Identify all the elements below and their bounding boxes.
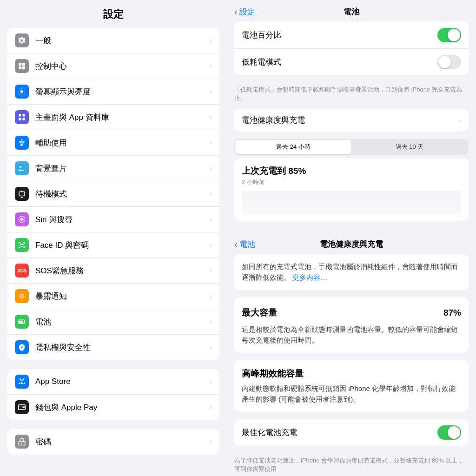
svg-point-10 (20, 166, 22, 168)
passcode-chevron: › (210, 438, 212, 445)
settings-item-battery[interactable]: 電池 › (7, 309, 219, 335)
optimized-charging-toggle[interactable] (437, 425, 461, 440)
battery-toggles-group: 電池百分比 低耗電模式 (234, 22, 469, 75)
passcode-icon (15, 435, 29, 449)
standby-label: 待機模式 (35, 189, 210, 199)
svg-rect-7 (19, 118, 21, 120)
left-panel-title: 設定 (0, 0, 227, 28)
peak-title: 高峰期效能容量 (242, 368, 461, 380)
svg-point-15 (20, 244, 21, 245)
settings-item-siri[interactable]: Siri 與搜尋 › (7, 207, 219, 232)
siri-icon (15, 212, 29, 226)
optimized-charging-label: 最佳化電池充電 (242, 427, 437, 438)
low-power-label: 低耗電模式 (242, 57, 437, 67)
segment-24h[interactable]: 過去 24 小時 (235, 140, 351, 154)
settings-item-home-screen[interactable]: 主畫面與 App 資料庫 › (7, 105, 219, 130)
health-intro-text: 如同所有的充電式電池，手機電池屬於消耗性組件，會隨著使用時間而逐漸降低效能。 更… (242, 263, 458, 281)
health-overlay: ‹ 電池 電池健康度與充電 如同所有的充電式電池，手機電池屬於消耗性組件，會隨著… (227, 232, 476, 476)
settings-item-accessibility[interactable]: 輔助使用 › (7, 130, 219, 156)
health-intro-group: 如同所有的充電式電池，手機電池屬於消耗性組件，會隨著使用時間而逐漸降低效能。 更… (234, 254, 469, 290)
settings-item-appstore[interactable]: App Store › (7, 369, 219, 395)
max-capacity-value: 87% (443, 308, 461, 318)
settings-item-faceid[interactable]: Face ID 與密碼 › (7, 232, 219, 258)
sos-label: SOS緊急服務 (35, 265, 210, 276)
battery-back-chevron-icon: ‹ (234, 7, 238, 17)
battery-health-row[interactable]: 電池健康度與充電 › (234, 109, 469, 132)
display-icon (15, 85, 29, 99)
low-power-note: 「低耗電模式」會暫時降低下載和郵件擷取等背景活動，直到你將 iPhone 完全充… (227, 83, 476, 109)
appstore-icon (15, 375, 29, 389)
optimized-charging-group: 最佳化電池充電 (234, 419, 469, 446)
svg-point-4 (20, 90, 23, 93)
settings-item-standby[interactable]: 待機模式 › (7, 181, 219, 207)
settings-item-exposure[interactable]: 暴露通知 › (7, 284, 219, 309)
faceid-chevron: › (210, 241, 212, 249)
optimized-charging-note: 為了降低電池老化速度，iPhone 會學習你的每日充電模式，並暫緩充電到 80%… (227, 454, 476, 476)
wallpaper-icon (15, 161, 29, 175)
appstore-chevron: › (210, 378, 212, 385)
max-capacity-title: 最大容量 (242, 307, 277, 319)
battery-back-label: 設定 (239, 7, 255, 17)
faceid-icon (15, 238, 29, 252)
accessibility-chevron: › (210, 139, 212, 146)
battery-nav-title: 電池 (344, 7, 359, 17)
battery-health-row-group: 電池健康度與充電 › (234, 109, 469, 132)
control-center-chevron: › (210, 62, 212, 70)
settings-item-privacy[interactable]: 隱私權與安全性 › (7, 335, 219, 360)
privacy-label: 隱私權與安全性 (35, 342, 210, 353)
exposure-chevron: › (210, 292, 212, 300)
settings-item-display[interactable]: 螢幕顯示與亮度 › (7, 79, 219, 105)
segment-10d[interactable]: 過去 10 天 (351, 140, 468, 154)
health-nav-back[interactable]: ‹ 電池 (234, 239, 255, 250)
max-capacity-group: 最大容量 87% 這是相較於電池為全新狀態時測量的電池容量。較低的容量可能會縮短… (234, 298, 469, 353)
settings-group-security: 密碼 › (7, 429, 219, 454)
svg-rect-8 (23, 118, 25, 120)
settings-item-control-center[interactable]: 控制中心 › (7, 53, 219, 79)
battery-percent-label: 電池百分比 (242, 30, 437, 40)
health-nav-title: 電池健康度與充電 (320, 239, 383, 250)
health-back-label: 電池 (239, 239, 255, 250)
battery-percent-toggle-thumb (448, 29, 460, 41)
exposure-icon (15, 289, 29, 303)
optimized-charging-row: 最佳化電池充電 (234, 419, 469, 446)
settings-item-passcode[interactable]: 密碼 › (7, 429, 219, 454)
privacy-chevron: › (210, 344, 212, 351)
privacy-icon (15, 340, 29, 354)
svg-point-9 (21, 139, 23, 141)
settings-item-sos[interactable]: SOS SOS緊急服務 › (7, 258, 219, 284)
settings-item-wallet[interactable]: 錢包與 Apple Pay › (7, 395, 219, 420)
charge-info-group: 上次充電到 85% 2 小時前 (234, 159, 469, 221)
svg-rect-11 (19, 192, 25, 196)
left-panel: 設定 一般 › 控制中心 › 螢幕顯示與亮度 › (0, 0, 227, 476)
sos-icon: SOS (15, 264, 29, 278)
battery-percent-toggle[interactable] (437, 28, 461, 42)
settings-item-general[interactable]: 一般 › (7, 28, 219, 53)
faceid-label: Face ID 與密碼 (35, 240, 210, 251)
battery-nav-back[interactable]: ‹ 設定 (234, 7, 255, 17)
peak-performance-group: 高峰期效能容量 內建動態軟體和硬體系統可抵銷因 iPhone 化學年齡增加，對執… (234, 360, 469, 412)
battery-segment-control: 過去 24 小時 過去 10 天 (234, 139, 469, 155)
svg-rect-6 (23, 114, 25, 116)
settings-item-wallpaper[interactable]: 背景圖片 › (7, 156, 219, 181)
health-intro-link[interactable]: 更多內容… (292, 273, 327, 281)
charge-sub: 2 小時前 (242, 178, 461, 186)
accessibility-label: 輔助使用 (35, 138, 210, 148)
battery-label: 電池 (35, 317, 210, 327)
general-label: 一般 (35, 35, 210, 46)
display-label: 螢幕顯示與亮度 (35, 86, 210, 97)
battery-health-label: 電池健康度與充電 (242, 115, 459, 126)
svg-point-24 (21, 443, 22, 443)
svg-rect-5 (19, 114, 21, 116)
svg-point-16 (22, 244, 23, 245)
battery-icon (15, 315, 29, 329)
home-screen-icon (15, 110, 29, 124)
optimized-charging-toggle-thumb (448, 426, 460, 439)
low-power-toggle[interactable] (437, 55, 461, 69)
standby-chevron: › (210, 190, 212, 198)
passcode-label: 密碼 (35, 436, 210, 447)
health-nav-bar: ‹ 電池 電池健康度與充電 (227, 232, 476, 254)
exposure-label: 暴露通知 (35, 291, 210, 302)
battery-nav-bar: ‹ 設定 電池 (227, 0, 476, 22)
svg-point-14 (21, 219, 23, 220)
home-screen-chevron: › (210, 113, 212, 121)
